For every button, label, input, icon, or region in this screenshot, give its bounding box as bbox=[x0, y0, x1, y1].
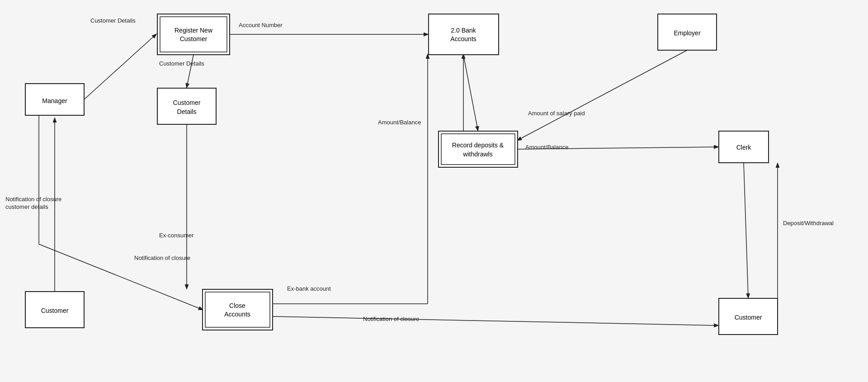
svg-line-8 bbox=[518, 50, 687, 140]
svg-line-3 bbox=[187, 55, 193, 87]
svg-line-10 bbox=[744, 163, 748, 297]
flow-label-customer-details-1: Customer Details bbox=[90, 17, 136, 24]
svg-rect-24 bbox=[439, 131, 518, 167]
record-deposits-label-2: withdrawls bbox=[462, 151, 492, 158]
register-label-2: Customer bbox=[180, 35, 208, 42]
svg-rect-23 bbox=[429, 14, 499, 55]
flow-label-ex-consumer: Ex-consumer bbox=[159, 232, 194, 239]
customer-details-label-1: Customer bbox=[173, 99, 201, 106]
customer-details-label-2: Details bbox=[177, 108, 197, 115]
bank-accounts-label-2: Accounts bbox=[450, 35, 476, 42]
close-accounts-label-1: Close bbox=[229, 302, 245, 309]
svg-line-1 bbox=[84, 34, 156, 99]
bank-accounts-label-1: 2.0 Bank bbox=[451, 27, 476, 34]
flow-label-ex-bank: Ex-bank account bbox=[287, 285, 331, 292]
flow-label-customer-details-2: Customer Details bbox=[159, 60, 204, 67]
svg-line-13 bbox=[273, 316, 718, 325]
customer-right-label: Customer bbox=[735, 314, 762, 321]
flow-label-notification-closure-2: Notification of closure bbox=[134, 255, 190, 261]
flow-label-deposit-withdrawal: Deposit/Withdrawal bbox=[783, 220, 834, 226]
clerk-label: Clerk bbox=[736, 144, 752, 151]
flow-label-customer-details-3: customer details bbox=[5, 203, 48, 210]
diagram-container: Manager Customer Register New Customer C… bbox=[0, 0, 868, 382]
flow-label-account-number: Account Number bbox=[239, 22, 283, 28]
svg-line-7 bbox=[463, 55, 478, 130]
flow-label-amount-balance-2: Amount/Balance bbox=[525, 144, 568, 151]
manager-label: Manager bbox=[42, 97, 67, 104]
record-deposits-label-1: Record deposits & bbox=[452, 141, 504, 149]
flow-label-amount-balance-1: Amount/Balance bbox=[378, 119, 421, 126]
flow-label-notification-closure-3: Notification of closure bbox=[363, 316, 419, 322]
customer-ext-label: Customer bbox=[41, 307, 69, 314]
svg-rect-21 bbox=[203, 289, 273, 330]
svg-rect-20 bbox=[157, 88, 216, 124]
flow-label-salary: Amount of salary paid bbox=[528, 110, 585, 117]
register-label-1: Register New bbox=[175, 27, 213, 34]
flow-label-notification-closure-1: Notification of closure bbox=[5, 196, 61, 203]
employer-label: Employer bbox=[674, 29, 700, 37]
close-accounts-label-2: Accounts bbox=[224, 311, 250, 318]
svg-rect-18 bbox=[157, 14, 230, 55]
diagram-svg: Manager Customer Register New Customer C… bbox=[0, 0, 868, 382]
